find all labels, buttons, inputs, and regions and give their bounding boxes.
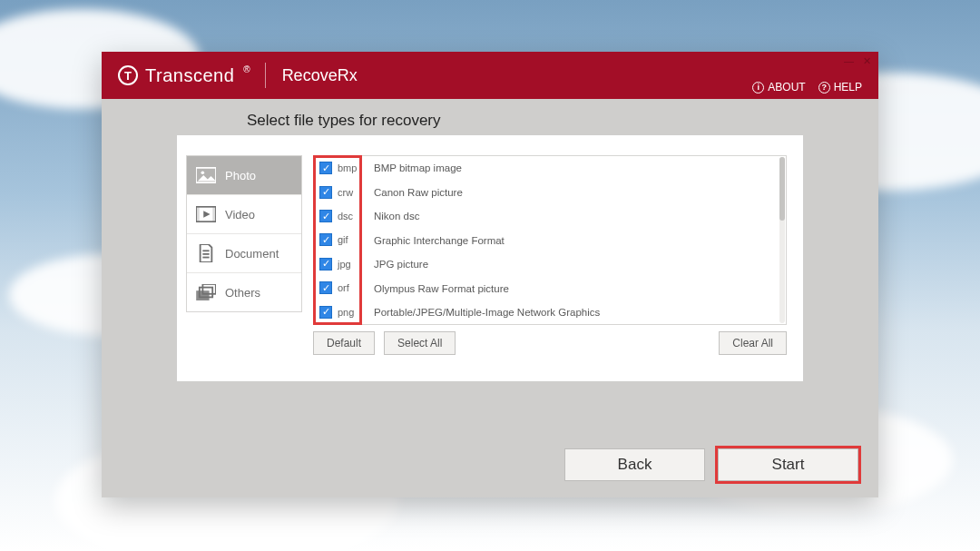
file-ext: gif xyxy=(338,234,348,245)
checkbox-icon[interactable]: ✓ xyxy=(319,258,332,271)
select-all-button[interactable]: Select All xyxy=(384,331,456,355)
file-type-desc: Olympus Raw Format picture xyxy=(361,277,786,301)
file-type-desc: BMP bitmap image xyxy=(361,156,786,181)
clear-all-button[interactable]: Clear All xyxy=(719,331,787,355)
back-button[interactable]: Back xyxy=(564,448,705,481)
close-button[interactable]: ✕ xyxy=(863,55,871,67)
scrollbar[interactable] xyxy=(779,157,785,323)
category-photo[interactable]: Photo xyxy=(187,156,301,195)
file-type-check-row[interactable]: ✓gif xyxy=(314,228,361,251)
file-ext: png xyxy=(338,307,354,318)
category-label: Photo xyxy=(225,169,256,182)
brand-logo-icon: T xyxy=(118,65,138,85)
start-button[interactable]: Start xyxy=(718,448,858,481)
minimize-button[interactable]: — xyxy=(844,55,854,67)
file-ext: dsc xyxy=(338,211,353,221)
registered-mark: ® xyxy=(243,64,250,74)
default-button[interactable]: Default xyxy=(313,331,375,355)
file-type-desc: Portable/JPEG/Multiple-Image Network Gra… xyxy=(361,300,786,324)
category-others[interactable]: Others xyxy=(187,273,301,311)
list-toolbar: Default Select All Clear All xyxy=(313,331,787,355)
footer-buttons: Back Start xyxy=(564,448,858,481)
file-ext: orf xyxy=(338,282,349,293)
checkbox-icon[interactable]: ✓ xyxy=(319,186,332,199)
brand: T Transcend ® xyxy=(118,65,249,86)
svg-rect-3 xyxy=(196,207,200,222)
checkbox-icon[interactable]: ✓ xyxy=(319,281,332,294)
file-type-desc: JPG picture xyxy=(361,252,786,277)
app-name: RecoveRx xyxy=(282,66,358,85)
file-type-check-row[interactable]: ✓dsc xyxy=(314,204,361,228)
category-video[interactable]: Video xyxy=(187,195,301,234)
header-links: i ABOUT ? HELP xyxy=(752,81,862,93)
info-icon: i xyxy=(752,82,764,93)
file-type-desc: Graphic Interchange Format xyxy=(361,229,786,253)
file-type-check-row[interactable]: ✓jpg xyxy=(314,252,361,276)
file-type-desc: Nikon dsc xyxy=(361,204,786,229)
help-link[interactable]: ? HELP xyxy=(818,81,862,93)
help-label: HELP xyxy=(834,81,862,93)
checkbox-icon[interactable]: ✓ xyxy=(319,162,332,174)
file-ext: jpg xyxy=(338,259,351,270)
file-ext: crw xyxy=(338,187,353,198)
document-icon xyxy=(196,245,216,261)
file-type-check-row[interactable]: ✓crw xyxy=(314,180,361,203)
checkbox-icon[interactable]: ✓ xyxy=(319,233,332,246)
category-document[interactable]: Document xyxy=(187,234,301,273)
about-label: ABOUT xyxy=(768,81,805,93)
file-type-check-row[interactable]: ✓orf xyxy=(314,276,361,300)
photo-icon xyxy=(196,167,216,183)
page-heading: Select file types for recovery xyxy=(102,99,878,135)
file-ext: bmp xyxy=(338,162,357,173)
stack-icon xyxy=(196,284,216,300)
selection-panel: Photo Video Document Others xyxy=(177,135,803,381)
checkbox-icon[interactable]: ✓ xyxy=(319,306,332,319)
scrollbar-thumb[interactable] xyxy=(779,157,785,221)
title-divider xyxy=(265,63,266,88)
category-label: Others xyxy=(225,286,260,300)
brand-name: Transcend xyxy=(145,65,234,86)
help-icon: ? xyxy=(818,82,830,93)
app-window: — ✕ T Transcend ® RecoveRx i ABOUT ? HEL… xyxy=(102,52,878,497)
window-controls: — ✕ xyxy=(844,55,871,67)
file-type-check-row[interactable]: ✓png xyxy=(314,300,361,324)
svg-rect-4 xyxy=(212,207,216,222)
title-bar: — ✕ T Transcend ® RecoveRx i ABOUT ? HEL… xyxy=(102,52,878,99)
svg-point-1 xyxy=(201,171,205,174)
category-label: Document xyxy=(225,247,279,261)
file-type-check-row[interactable]: ✓bmp xyxy=(314,156,361,180)
category-list: Photo Video Document Others xyxy=(186,155,302,312)
category-label: Video xyxy=(225,208,255,221)
video-icon xyxy=(196,206,216,222)
checkbox-icon[interactable]: ✓ xyxy=(319,210,332,222)
file-type-list: ✓bmp ✓crw ✓dsc ✓gif ✓jpg ✓orf ✓png BMP b… xyxy=(313,155,787,325)
file-type-desc: Canon Raw picture xyxy=(361,181,786,205)
checkbox-column: ✓bmp ✓crw ✓dsc ✓gif ✓jpg ✓orf ✓png xyxy=(314,156,361,324)
about-link[interactable]: i ABOUT xyxy=(752,81,805,93)
description-column: BMP bitmap image Canon Raw picture Nikon… xyxy=(361,156,786,324)
